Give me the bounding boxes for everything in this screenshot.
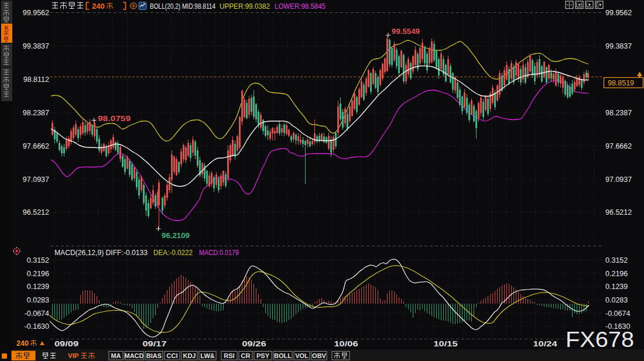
svg-text:09/09: 09/09: [54, 340, 78, 348]
svg-text:BOLL: BOLL: [274, 352, 292, 359]
svg-text:-0.0674: -0.0674: [25, 310, 49, 318]
svg-text:0.0283: 0.0283: [27, 296, 49, 304]
svg-text:99.5549: 99.5549: [392, 27, 420, 36]
svg-text:MACD(26,12,9) DIFF:-0.0133: MACD(26,12,9) DIFF:-0.0133: [54, 248, 148, 257]
svg-text:LOWER:98.5845: LOWER:98.5845: [275, 2, 326, 11]
svg-text:96.2109: 96.2109: [162, 232, 190, 240]
svg-text:MACD:0.0179: MACD:0.0179: [199, 248, 239, 257]
svg-text:09/17: 09/17: [143, 340, 167, 348]
svg-text:PSY: PSY: [256, 352, 270, 359]
svg-text:99.9562: 99.9562: [605, 9, 632, 17]
svg-text:MA: MA: [111, 352, 121, 359]
svg-text:96.5212: 96.5212: [605, 208, 632, 216]
svg-text:98.2387: 98.2387: [23, 109, 49, 117]
svg-text:BIAS: BIAS: [146, 352, 162, 359]
svg-text:0.1239: 0.1239: [27, 283, 49, 291]
svg-text:LW&: LW&: [200, 352, 214, 359]
svg-text:KDJ: KDJ: [183, 352, 196, 359]
svg-text:98.2387: 98.2387: [605, 109, 632, 117]
svg-text:98.0759: 98.0759: [98, 115, 131, 123]
svg-text:97.0937: 97.0937: [23, 176, 49, 184]
svg-text:DEA:-0.0222: DEA:-0.0222: [153, 248, 193, 257]
svg-text:OBV: OBV: [312, 352, 327, 359]
svg-text:VIP: VIP: [68, 352, 79, 359]
svg-text:CR: CR: [241, 352, 251, 359]
svg-text:97.6662: 97.6662: [23, 142, 49, 150]
svg-text:97.6662: 97.6662: [605, 142, 632, 150]
svg-text:UPPER:99.0382: UPPER:99.0382: [220, 2, 270, 11]
svg-text:10/06: 10/06: [334, 340, 358, 348]
svg-text:98.8519: 98.8519: [608, 78, 634, 87]
svg-text:97.0937: 97.0937: [605, 176, 632, 184]
svg-text:BOLL(20,2) MID:98.8114: BOLL(20,2) MID:98.8114: [150, 2, 215, 11]
svg-text:10/15: 10/15: [434, 340, 458, 348]
svg-text:0.2196: 0.2196: [605, 270, 628, 278]
svg-text:240: 240: [16, 339, 29, 348]
svg-text:99.9562: 99.9562: [23, 9, 49, 17]
svg-text:96.5212: 96.5212: [23, 208, 49, 216]
svg-text:FX678: FX678: [566, 328, 634, 352]
svg-text:-0.0674: -0.0674: [605, 310, 630, 318]
svg-text:VOL: VOL: [295, 352, 309, 359]
svg-text:0.1239: 0.1239: [605, 283, 628, 291]
svg-text:10/24: 10/24: [533, 340, 557, 348]
svg-text:0.3152: 0.3152: [27, 256, 49, 264]
svg-text:RSI: RSI: [224, 352, 234, 359]
svg-text:K: K: [5, 25, 9, 32]
svg-text:98.8112: 98.8112: [23, 75, 49, 84]
svg-text:CCI: CCI: [167, 352, 178, 359]
svg-text:0.0283: 0.0283: [605, 296, 628, 304]
svg-text:0.2196: 0.2196: [27, 270, 49, 278]
svg-text:99.3837: 99.3837: [23, 42, 49, 50]
svg-text:-0.1630: -0.1630: [25, 322, 49, 331]
svg-text:240: 240: [92, 2, 105, 11]
svg-text:MACD: MACD: [125, 352, 144, 359]
svg-text:99.3837: 99.3837: [605, 42, 632, 50]
svg-text:0.3152: 0.3152: [605, 256, 628, 264]
svg-text:09/26: 09/26: [242, 340, 266, 348]
